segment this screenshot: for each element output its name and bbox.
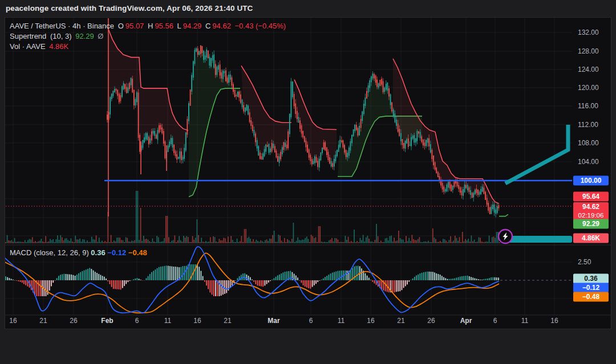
time-axis-label: 16 <box>550 317 558 325</box>
supertrend-params: (10, 3) <box>50 32 72 40</box>
macd-hist-badge: 0.36 <box>573 274 609 284</box>
tradingview-snapshot: peacelonge created with TradingView.com,… <box>0 0 616 364</box>
macd-signal-value: −0.48 <box>128 248 147 257</box>
time-axis-label: 11 <box>164 317 171 325</box>
macd-axis-label: 2.50 <box>578 258 591 266</box>
supertrend-hidden-icon[interactable]: Ø <box>98 32 103 40</box>
time-axis-label: 11 <box>338 317 345 325</box>
time-axis-label: 16 <box>367 317 374 325</box>
trend-arrow-drawing[interactable] <box>505 125 568 183</box>
chart-canvas[interactable] <box>0 0 616 364</box>
supertrend-legend-row: Supertrend (10, 3) 92.29 Ø <box>10 31 287 42</box>
price-axis-label: 132.00 <box>578 28 599 36</box>
macd-legend-row: MACD (close, 12, 26, 9) 0.36 −0.12 −0.48 <box>10 248 147 257</box>
volume-label: Vol · AAVE <box>10 42 46 51</box>
price-axis-label: 104.00 <box>578 158 599 166</box>
time-axis-label: Mar <box>268 317 279 325</box>
supertrend-band <box>189 48 240 197</box>
ohlc-close-label: C <box>205 22 210 30</box>
ohlc-close-value: 94.62 <box>212 22 231 30</box>
price-line-badge-100: 100.00 <box>573 176 609 186</box>
supertrend-value-badge: 92.29 <box>573 219 609 229</box>
main-pane <box>5 18 508 243</box>
horizontal-bar-drawing[interactable] <box>505 236 572 243</box>
price-axis-label: 124.00 <box>578 66 599 73</box>
macd-signal-badge: −0.48 <box>573 292 609 302</box>
time-axis-label: 26 <box>427 317 435 325</box>
time-axis-label: 16 <box>193 317 201 325</box>
footer-bar: TradingView <box>0 329 616 364</box>
macd-hist-value: 0.36 <box>91 248 105 257</box>
ohlc-high-value: 95.56 <box>155 22 173 30</box>
time-axis-label: 16 <box>9 317 17 325</box>
supertrend-label: Supertrend <box>10 32 46 40</box>
time-axis-label: Apr <box>460 317 472 325</box>
time-axis-label: 11 <box>521 317 528 325</box>
price-axis-label: 128.00 <box>578 47 599 55</box>
symbol-legend-row: AAVE / TetherUS · 4h · Binance O95.07 H9… <box>10 21 287 31</box>
price-axis-label: 112.00 <box>578 121 598 129</box>
symbol-title: AAVE / TetherUS · 4h · Binance <box>10 22 114 30</box>
price-axis-label: 116.00 <box>578 102 598 110</box>
volume-value: 4.86K <box>49 42 68 51</box>
chart-legend: AAVE / TetherUS · 4h · Binance O95.07 H9… <box>10 21 287 52</box>
macd-line-value: −0.12 <box>107 248 126 257</box>
time-axis-label: Feb <box>101 317 113 325</box>
time-axis-label: 21 <box>224 317 231 325</box>
time-axis-label: 6 <box>309 317 313 325</box>
time-axis-label: 21 <box>397 317 404 325</box>
macd-params: (close, 12, 26, 9) <box>34 248 89 257</box>
lightning-icon[interactable] <box>499 230 512 243</box>
time-axis-label: 6 <box>493 317 497 325</box>
supertrend-band <box>294 80 337 167</box>
alert-price-badge: 95.64 <box>573 192 609 202</box>
supertrend-value: 92.29 <box>75 32 94 40</box>
supertrend-line <box>499 214 508 216</box>
price-axis-label: 120.00 <box>578 84 599 92</box>
time-axis-label: 21 <box>39 317 47 325</box>
last-price-badge: 94.6202:19:06 <box>573 202 609 220</box>
ohlc-open-value: 95.07 <box>125 22 144 30</box>
ohlc-high-label: H <box>148 22 153 30</box>
change-value: −0.43 (−0.45%) <box>235 22 286 30</box>
ohlc-low-label: L <box>177 22 181 30</box>
volume-legend-row: Vol · AAVE 4.86K <box>10 42 287 52</box>
volume-value-badge: 4.86K <box>573 234 609 243</box>
macd-label: MACD <box>10 248 31 257</box>
ohlc-open-label: O <box>118 22 124 30</box>
ohlc-low-value: 94.29 <box>183 22 202 30</box>
macd-line-badge: −0.12 <box>573 283 609 293</box>
time-axis-label: 6 <box>135 317 139 325</box>
price-axis-label: 108.00 <box>578 139 599 147</box>
time-axis-label: 26 <box>70 317 77 325</box>
